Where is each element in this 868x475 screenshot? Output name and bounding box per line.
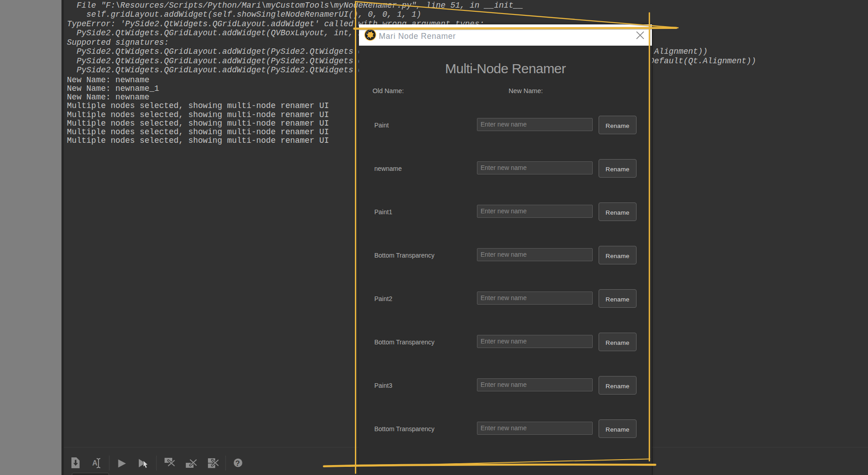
svg-text:?: ? xyxy=(236,459,240,467)
svg-text:A: A xyxy=(92,459,98,467)
